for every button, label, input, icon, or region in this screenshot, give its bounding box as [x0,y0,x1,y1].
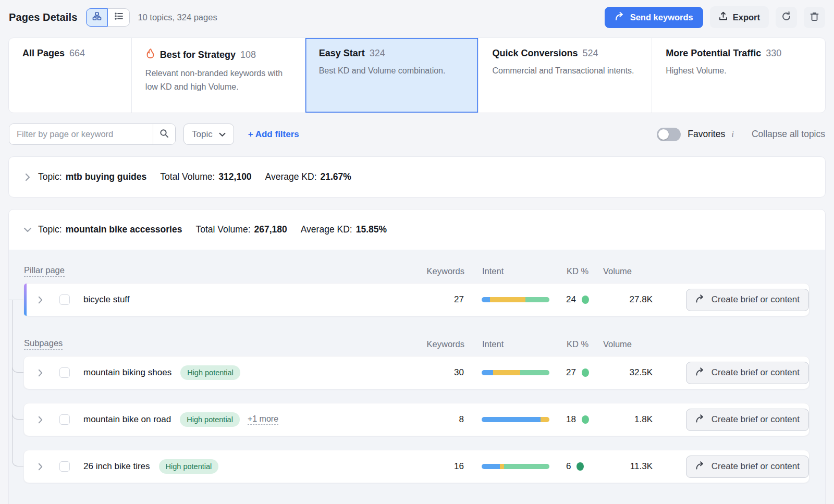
volume-value: 32.5K [630,367,653,378]
chevron-right-icon[interactable] [17,173,38,181]
tree-line [12,413,23,420]
kd-value: 18 [566,414,576,425]
send-arrow-icon [695,461,705,472]
chevron-right-icon[interactable] [38,369,46,377]
topic-name: mountain bike accessories [66,224,182,235]
topic-card-mtb-buying-guides: Topic: mtb buying guides Total Volume: 3… [8,156,826,198]
pillar-page-label[interactable]: Pillar page [24,265,65,277]
create-brief-button[interactable]: Create brief or content [686,362,809,384]
row-checkbox[interactable] [59,294,70,305]
topic-table: Pillar page Keywords Intent KD % Volume … [9,250,825,504]
tab-more-potential-traffic[interactable]: More Potential Traffic 330 Highest Volum… [652,38,825,113]
sitemap-icon [92,11,102,23]
kd-dot [582,296,589,304]
favorites-toggle[interactable] [657,128,681,141]
create-brief-button[interactable]: Create brief or content [686,289,809,311]
pillar-table-header: Pillar page Keywords Intent KD % Volume [23,259,810,283]
intent-bar [482,417,549,422]
subpages-label[interactable]: Subpages [24,338,63,350]
tree-line [12,300,13,460]
info-icon[interactable]: i [731,129,734,140]
filter-bar: Topic + Add filters Favorites i Collapse… [9,124,825,145]
row-checkbox[interactable] [59,461,70,472]
high-potential-badge: High potential [159,459,219,474]
kd-dot [582,415,589,424]
intent-bar [482,370,549,375]
favorites-label: Favorites [688,129,725,140]
send-arrow-icon [695,294,705,305]
tab-quick-conversions[interactable]: Quick Conversions 524 Commercial and Tra… [479,38,652,113]
preset-tabs: All Pages 664 Best for Strategy 108 Rele… [8,38,826,113]
high-potential-badge: High potential [180,412,240,427]
export-icon [719,11,728,23]
flame-icon [145,48,155,62]
subpage-row-26-inch-bike-tires[interactable]: 26 inch bike tires High potential 16 6 1… [23,450,810,483]
tree-line [12,366,23,373]
send-arrow-icon [695,414,705,425]
search-input[interactable] [9,124,153,144]
send-keywords-button[interactable]: Send keywords [605,7,703,28]
keywords-count: 27 [454,294,464,305]
topic-name: mtb buying guides [66,171,147,182]
refresh-icon [781,11,791,23]
export-button[interactable]: Export [710,6,769,28]
keywords-count: 16 [454,461,464,472]
add-filters-link[interactable]: + Add filters [248,129,299,140]
row-checkbox[interactable] [59,367,70,378]
page-name: mountain bike on road [83,414,171,425]
delete-button[interactable] [804,7,825,28]
tree-view-button[interactable] [86,8,108,27]
trash-icon [810,11,819,23]
page-title: Pages Details [9,11,77,23]
list-view-button[interactable] [108,8,130,27]
topic-filter-dropdown[interactable]: Topic [183,124,234,145]
intent-bar [482,464,549,469]
volume-value: 1.8K [634,414,653,425]
topic-average-kd: 15.85% [356,224,387,235]
refresh-button[interactable] [776,7,797,28]
create-brief-button[interactable]: Create brief or content [686,456,809,478]
view-switcher [86,8,130,27]
chevron-right-icon[interactable] [38,296,46,304]
page-name: 26 inch bike tires [83,461,150,472]
send-arrow-icon [695,367,705,378]
topic-card-mountain-bike-accessories: Topic: mountain bike accessories Total V… [8,209,826,504]
page-name: bicycle stuff [83,294,130,305]
pillar-gradient-bar [24,284,27,316]
collapse-all-topics-link[interactable]: Collapse all topics [752,129,825,140]
keywords-count: 30 [454,367,464,378]
topic-total-volume: 267,180 [254,224,287,235]
subpage-row-mountain-biking-shoes[interactable]: mountain biking shoes High potential 30 … [23,356,810,389]
topic-header[interactable]: Topic: mountain bike accessories Total V… [9,210,825,250]
keywords-count: 8 [459,414,464,425]
search-button[interactable] [153,124,175,144]
tab-best-for-strategy[interactable]: Best for Strategy 108 Relevant non-brand… [132,38,305,113]
tab-all-pages[interactable]: All Pages 664 [9,38,132,113]
high-potential-badge: High potential [180,365,240,380]
create-brief-button[interactable]: Create brief or content [686,409,809,431]
chevron-right-icon[interactable] [38,463,46,471]
subpages-table-header: Subpages Keywords Intent KD % Volume [23,332,810,356]
chevron-down-icon [219,129,226,140]
row-checkbox[interactable] [59,414,70,425]
tab-easy-start[interactable]: Easy Start 324 Best KD and Volume combin… [305,38,479,113]
page-name: mountain biking shoes [83,367,171,378]
tree-line [12,460,23,466]
more-tags-link[interactable]: +1 more [248,414,278,425]
topic-header[interactable]: Topic: mtb buying guides Total Volume: 3… [9,157,825,197]
chevron-down-icon[interactable] [17,227,38,232]
tree-line [9,300,23,300]
send-arrow-icon [615,12,625,23]
topic-average-kd: 21.67% [321,171,351,182]
kd-value: 24 [566,294,576,305]
intent-bar [482,297,549,302]
subpage-row-mountain-bike-on-road[interactable]: mountain bike on road High potential +1 … [23,403,810,436]
chevron-right-icon[interactable] [38,416,46,424]
volume-value: 11.3K [630,461,653,472]
kd-dot [582,368,589,377]
pillar-row-bicycle-stuff[interactable]: bicycle stuff 27 24 27.8K Create brief o… [23,283,810,316]
kd-value: 6 [566,461,571,472]
kd-value: 27 [566,367,576,378]
toggle-knob [658,129,669,140]
topic-total-volume: 312,100 [218,171,251,182]
